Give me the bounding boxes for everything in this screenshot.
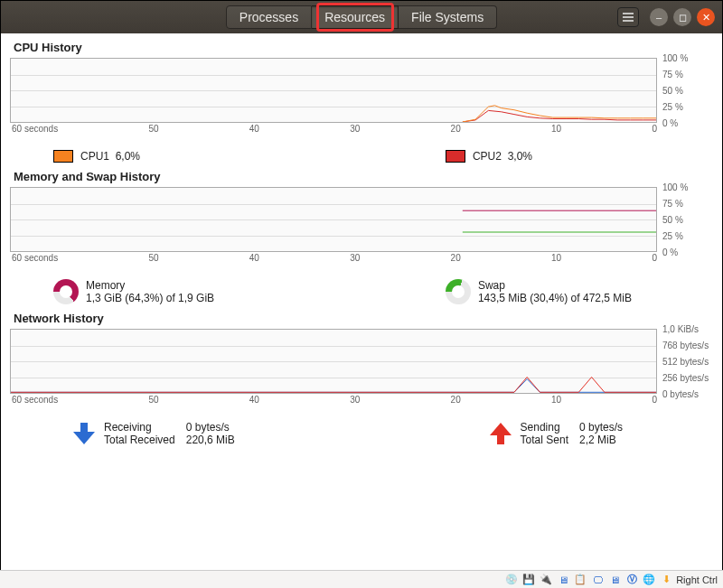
- maximize-icon: ◻: [679, 12, 687, 23]
- cpu-x-axis: 60 seconds50403020100: [10, 124, 657, 134]
- audio-icon[interactable]: 🖥: [607, 573, 622, 587]
- cpu2-legend-item[interactable]: CPU2 3,0%: [446, 150, 532, 163]
- network-chart-lines: [11, 330, 656, 393]
- network-chart: [10, 329, 657, 394]
- tab-processes[interactable]: Processes: [226, 5, 312, 29]
- cpu-chart-wrap: 100 % 75 % 50 % 25 % 0 % 60 seconds50403…: [10, 58, 713, 146]
- memory-section-title: Memory and Swap History: [14, 170, 713, 183]
- network-chart-wrap: 1,0 KiB/s 768 bytes/s 512 bytes/s 256 by…: [10, 329, 713, 417]
- memory-legend-item[interactable]: Memory 1,3 GiB (64,3%) of 1,9 GiB: [53, 279, 214, 304]
- memory-legend: Memory 1,3 GiB (64,3%) of 1,9 GiB Swap 1…: [10, 275, 713, 310]
- tab-resources[interactable]: Resources: [312, 5, 399, 29]
- memory-x-axis: 60 seconds50403020100: [10, 253, 657, 263]
- usb-icon[interactable]: 🔌: [539, 573, 553, 587]
- content-area: CPU History 100 % 75 % 50 % 25 % 0 % 60 …: [1, 33, 722, 452]
- recv-legend-item[interactable]: Receiving0 bytes/s Total Received220,6 M…: [71, 421, 235, 446]
- settings-icon[interactable]: 🌐: [642, 573, 656, 587]
- record-icon[interactable]: Ⓥ: [624, 573, 639, 587]
- display-icon[interactable]: 🖵: [590, 573, 605, 587]
- host-key-label: Right Ctrl: [676, 574, 718, 585]
- memory-chart-wrap: 100 % 75 % 50 % 25 % 0 % 60 seconds50403…: [10, 187, 713, 275]
- swap-donut-icon: [446, 279, 471, 304]
- cpu-legend: CPU1 6,0% CPU2 3,0%: [10, 146, 713, 168]
- upload-arrow-icon: [488, 421, 513, 446]
- network-x-axis: 60 seconds50403020100: [10, 395, 657, 405]
- memory-donut-icon: [53, 279, 79, 304]
- swap-legend-item[interactable]: Swap 143,5 MiB (30,4%) of 472,5 MiB: [446, 279, 632, 304]
- network-y-axis: 1,0 KiB/s 768 bytes/s 512 bytes/s 256 by…: [661, 329, 713, 394]
- tab-group: Processes Resources File Systems: [226, 5, 497, 29]
- vm-statusbar: 💿 💾 🔌 🖥 📋 🖵 🖥 Ⓥ 🌐 ⬇ Right Ctrl: [0, 570, 723, 588]
- window-controls: – ◻ ✕: [617, 7, 715, 27]
- memory-chart: [10, 187, 657, 252]
- close-icon: ✕: [702, 12, 710, 23]
- maximize-button[interactable]: ◻: [673, 8, 691, 26]
- cpu-chart: [10, 58, 657, 123]
- network-section-title: Network History: [14, 312, 713, 325]
- memory-chart-lines: [11, 188, 656, 251]
- minimize-icon: –: [656, 12, 662, 23]
- minimize-button[interactable]: –: [650, 8, 668, 26]
- cpu-section-title: CPU History: [14, 41, 713, 54]
- cpu2-swatch: [446, 150, 465, 163]
- disk-icon[interactable]: 💿: [504, 573, 519, 587]
- cpu-chart-lines: [11, 59, 656, 122]
- cpu1-legend-item[interactable]: CPU1 6,0%: [53, 150, 140, 163]
- power-icon[interactable]: ⬇: [659, 573, 673, 587]
- hamburger-menu-button[interactable]: [617, 7, 639, 27]
- send-legend-item[interactable]: Sending0 bytes/s Total Sent2,2 MiB: [488, 421, 623, 446]
- close-button[interactable]: ✕: [697, 8, 715, 26]
- hamburger-icon: [623, 13, 634, 22]
- disk2-icon[interactable]: 💾: [521, 573, 536, 587]
- network-legend: Receiving0 bytes/s Total Received220,6 M…: [10, 417, 713, 452]
- shared-folder-icon[interactable]: 📋: [573, 573, 587, 587]
- network-icon[interactable]: 🖥: [556, 573, 570, 587]
- memory-y-axis: 100 % 75 % 50 % 25 % 0 %: [661, 187, 713, 252]
- tab-file-systems[interactable]: File Systems: [399, 5, 497, 29]
- cpu-y-axis: 100 % 75 % 50 % 25 % 0 %: [661, 58, 713, 123]
- titlebar: Processes Resources File Systems – ◻ ✕: [1, 1, 722, 33]
- download-arrow-icon: [71, 421, 97, 446]
- cpu1-swatch: [53, 150, 73, 163]
